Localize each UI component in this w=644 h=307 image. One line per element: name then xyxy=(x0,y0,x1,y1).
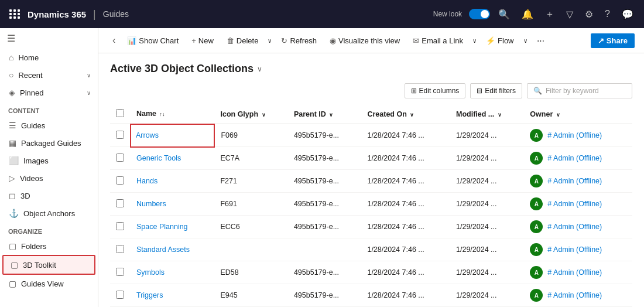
row-checkbox-cell[interactable] xyxy=(110,261,131,284)
sidebar-item-packaged-guides[interactable]: ▦ Packaged Guides xyxy=(0,134,98,152)
row-owner[interactable]: A# Admin (Offline) xyxy=(524,238,632,261)
share-button[interactable]: ↗ Share xyxy=(591,33,635,48)
sort-icon-parent: ∨ xyxy=(329,112,333,118)
row-name[interactable]: Symbols xyxy=(131,261,214,284)
chevron-down-icon: ∨ xyxy=(87,72,91,79)
row-name[interactable]: Numbers xyxy=(131,193,214,216)
col-header-icon-glyph[interactable]: Icon Glyph ∨ xyxy=(214,104,287,124)
select-all-checkbox[interactable] xyxy=(116,109,124,117)
col-header-modified[interactable]: Modified ... ∨ xyxy=(450,104,524,124)
row-owner[interactable]: A# Admin (Offline) xyxy=(524,124,632,147)
row-name[interactable]: Generic Tools xyxy=(131,147,214,170)
row-checkbox[interactable] xyxy=(116,176,124,185)
row-checkbox-cell[interactable] xyxy=(110,238,131,261)
sidebar-item-guides-view[interactable]: ▢ Guides View xyxy=(0,275,98,292)
row-name[interactable]: Space Planning xyxy=(131,216,214,238)
sidebar-item-guides[interactable]: ☰ Guides xyxy=(0,117,98,134)
avatar: A xyxy=(530,243,543,256)
email-chevron[interactable]: ∨ xyxy=(470,35,479,47)
row-checkbox-cell[interactable] xyxy=(110,124,131,147)
brand-name[interactable]: Dynamics 365 xyxy=(28,9,86,19)
row-checkbox-cell[interactable] xyxy=(110,216,131,238)
row-name[interactable]: Triggers xyxy=(131,284,214,307)
row-owner[interactable]: A# Admin (Offline) xyxy=(524,284,632,307)
chat-icon[interactable]: 💬 xyxy=(618,6,637,22)
owner-name: # Admin (Offline) xyxy=(547,223,602,231)
filter-input[interactable]: 🔍 Filter by keyword xyxy=(527,83,632,98)
row-checkbox-cell[interactable] xyxy=(110,284,131,307)
row-checkbox[interactable] xyxy=(116,222,124,230)
show-chart-button[interactable]: 📊 Show Chart xyxy=(121,33,184,48)
filter-icon[interactable]: ▽ xyxy=(563,6,577,22)
row-checkbox-cell[interactable] xyxy=(110,193,131,216)
row-name[interactable]: Standard Assets xyxy=(131,238,214,261)
sidebar-item-pinned[interactable]: ◈ Pinned ∨ xyxy=(0,84,98,101)
row-created-on: 1/28/2024 7:46 ... xyxy=(361,124,450,147)
view-title: Active 3D Object Collections xyxy=(110,63,254,75)
sort-icon-modified: ∨ xyxy=(498,112,502,118)
bell-icon[interactable]: 🔔 xyxy=(518,6,537,22)
delete-chevron[interactable]: ∨ xyxy=(265,35,274,47)
row-created-on: 1/28/2024 7:46 ... xyxy=(361,193,450,216)
sidebar-item-images[interactable]: ⬜ Images xyxy=(0,152,98,169)
col-header-created-on[interactable]: Created On ∨ xyxy=(361,104,450,124)
visualize-button[interactable]: ◉ Visualize this view xyxy=(324,33,406,48)
toolkit-icon: ▢ xyxy=(11,260,18,270)
sidebar-item-3d[interactable]: ◻ 3D xyxy=(0,187,98,204)
more-icon: ⋯ xyxy=(537,36,544,45)
row-owner[interactable]: A# Admin (Offline) xyxy=(524,261,632,284)
row-checkbox[interactable] xyxy=(116,245,124,253)
flow-icon: ⚡ xyxy=(486,36,495,45)
row-owner[interactable]: A# Admin (Offline) xyxy=(524,170,632,193)
help-icon[interactable]: ? xyxy=(601,6,614,22)
row-modified: 1/29/2024 ... xyxy=(450,193,524,216)
row-checkbox-cell[interactable] xyxy=(110,147,131,170)
refresh-button[interactable]: ↻ Refresh xyxy=(275,33,323,48)
edit-filters-button[interactable]: ⊟ Edit filters xyxy=(470,83,522,98)
row-owner[interactable]: A# Admin (Offline) xyxy=(524,193,632,216)
app-grid-button[interactable] xyxy=(7,7,23,21)
edit-columns-button[interactable]: ⊞ Edit columns xyxy=(405,83,466,98)
flow-label: Flow xyxy=(498,36,513,45)
sidebar-item-home[interactable]: ⌂ Home xyxy=(0,49,98,66)
plus-icon[interactable]: ＋ xyxy=(542,6,558,23)
row-checkbox-cell[interactable] xyxy=(110,170,131,193)
sidebar-item-object-anchors[interactable]: ⚓ Object Anchors xyxy=(0,204,98,222)
row-checkbox[interactable] xyxy=(116,291,124,299)
sidebar-item-recent[interactable]: ○ Recent ∨ xyxy=(0,66,98,84)
sidebar-item-folders[interactable]: ▢ Folders xyxy=(0,237,98,255)
hamburger-button[interactable]: ☰ xyxy=(0,28,98,49)
view-title-chevron[interactable]: ∨ xyxy=(257,65,262,73)
search-icon[interactable]: 🔍 xyxy=(495,6,513,22)
row-name[interactable]: Hands xyxy=(131,170,214,193)
row-checkbox[interactable] xyxy=(116,131,124,139)
row-checkbox[interactable] xyxy=(116,199,124,207)
row-name[interactable]: Arrows xyxy=(131,124,214,147)
col-header-owner[interactable]: Owner ∨ xyxy=(524,104,632,124)
email-button[interactable]: ✉ Email a Link xyxy=(407,33,469,48)
row-owner[interactable]: A# Admin (Offline) xyxy=(524,147,632,170)
col-header-name[interactable]: Name ↑↓ xyxy=(131,104,214,124)
delete-button[interactable]: 🗑 Delete xyxy=(221,33,265,48)
sidebar-item-3d-label: 3D xyxy=(20,192,30,200)
more-button[interactable]: ⋯ xyxy=(531,33,550,48)
select-all-header[interactable] xyxy=(110,104,131,124)
new-look-toggle[interactable] xyxy=(469,9,490,19)
module-name[interactable]: Guides xyxy=(103,9,129,19)
3d-icon: ◻ xyxy=(9,191,16,200)
settings-icon[interactable]: ⚙ xyxy=(581,6,597,22)
avatar: A xyxy=(530,175,543,187)
col-header-parent-id[interactable]: Parent ID ∨ xyxy=(288,104,362,124)
row-icon-glyph xyxy=(214,238,287,261)
row-owner[interactable]: A# Admin (Offline) xyxy=(524,216,632,238)
sort-icon-name: ↑↓ xyxy=(160,111,165,117)
new-button[interactable]: + New xyxy=(186,33,220,48)
sidebar-item-3d-toolkit[interactable]: ▢ 3D Toolkit xyxy=(2,255,95,275)
back-button[interactable]: ‹ xyxy=(108,33,120,48)
row-checkbox[interactable] xyxy=(116,268,124,276)
flow-chevron[interactable]: ∨ xyxy=(521,35,530,47)
row-checkbox[interactable] xyxy=(116,154,124,162)
flow-button[interactable]: ⚡ Flow xyxy=(480,33,519,48)
share-icon: ↗ xyxy=(598,36,604,45)
sidebar-item-videos[interactable]: ▷ Videos xyxy=(0,169,98,187)
